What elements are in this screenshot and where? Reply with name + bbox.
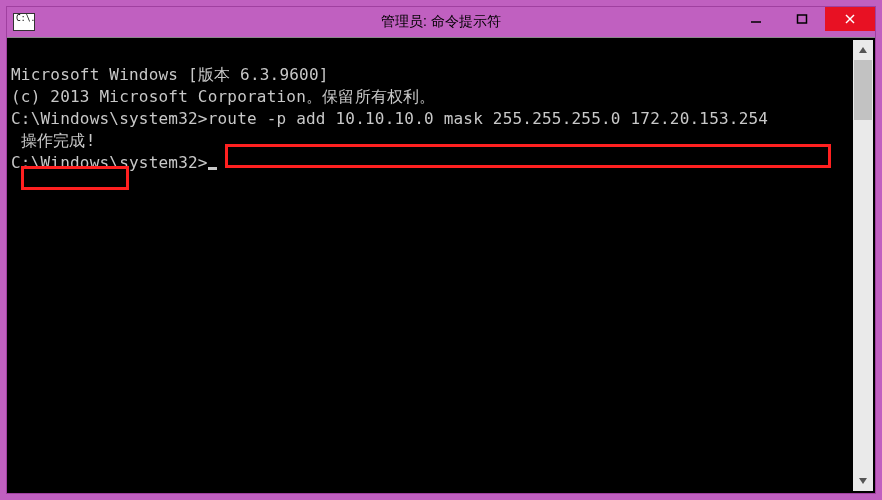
prompt-line: C:\Windows\system32>route -p add 10.10.1… xyxy=(11,108,849,130)
svg-rect-1 xyxy=(798,15,807,23)
output-line: Microsoft Windows [版本 6.3.9600] xyxy=(11,64,849,86)
terminal-output: Microsoft Windows [版本 6.3.9600](c) 2013 … xyxy=(11,42,849,489)
svg-marker-4 xyxy=(859,47,867,53)
entered-command: route -p add 10.10.10.0 mask 255.255.255… xyxy=(208,109,768,128)
vertical-scrollbar[interactable] xyxy=(853,40,873,491)
scroll-down-button[interactable] xyxy=(853,471,873,491)
output-line: (c) 2013 Microsoft Corporation。保留所有权利。 xyxy=(11,86,849,108)
command-prompt-window: C:\. 管理员: 命令提示符 Microsoft Windows [版本 6.… xyxy=(6,6,876,494)
prompt-path: C:\Windows\system32> xyxy=(11,153,208,172)
maximize-button[interactable] xyxy=(779,7,825,31)
prompt-path: C:\Windows\system32> xyxy=(11,109,208,128)
close-button[interactable] xyxy=(825,7,875,31)
scroll-thumb[interactable] xyxy=(854,60,872,120)
cursor-icon xyxy=(208,167,217,170)
window-title: 管理员: 命令提示符 xyxy=(381,13,501,31)
window-controls xyxy=(733,7,875,37)
cmd-icon: C:\. xyxy=(13,13,35,31)
terminal-area[interactable]: Microsoft Windows [版本 6.3.9600](c) 2013 … xyxy=(7,37,875,493)
titlebar[interactable]: C:\. 管理员: 命令提示符 xyxy=(7,7,875,37)
prompt-line: C:\Windows\system32> xyxy=(11,152,849,174)
svg-marker-5 xyxy=(859,478,867,484)
scroll-up-button[interactable] xyxy=(853,40,873,60)
output-result: 操作完成! xyxy=(11,130,849,152)
minimize-button[interactable] xyxy=(733,7,779,31)
